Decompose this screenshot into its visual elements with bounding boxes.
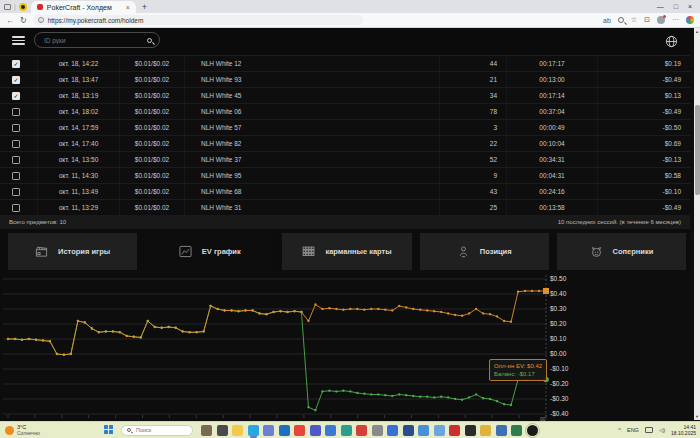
url-bar[interactable]: i https://my.pokercraft.com/holdem [33,15,363,25]
summary-bar: Всего предметов: 10 10 последних сессий.… [0,215,690,229]
maximize-button[interactable]: □ [674,3,678,10]
taskbar-icon-photos[interactable] [341,425,352,436]
session-table-name: NLH White 37 [185,152,440,167]
taskbar-icon-edge[interactable] [248,425,259,436]
table-row[interactable]: ✓окт. 18, 14:22$0.01/$0.02NLH White 1244… [0,56,690,72]
tray-expand-icon[interactable]: ^ [618,427,621,433]
session-checkbox[interactable]: ✓ [12,92,20,100]
hand-id-search-input[interactable] [35,37,147,44]
language-indicator[interactable]: ENG [627,427,639,433]
session-checkbox[interactable] [12,188,20,196]
cards-grid-icon [302,245,315,258]
taskbar-icon-excel[interactable] [511,425,522,436]
session-checkbox[interactable] [12,108,20,116]
session-checkbox[interactable] [12,204,20,212]
display-icon[interactable] [645,427,653,433]
tab-search-icon[interactable] [4,4,11,10]
session-date: окт. 14, 17:59 [38,120,120,135]
site-info-icon[interactable]: i [38,17,44,23]
table-row[interactable]: окт. 11, 13:29$0.01/$0.02NLH White 31250… [0,200,690,216]
taskbar-search[interactable] [121,425,193,436]
pinned-browser-icon[interactable] [19,3,27,11]
table-row[interactable]: ✓окт. 18, 13:47$0.01/$0.02NLH White 9321… [0,72,690,88]
table-row[interactable]: окт. 14, 17:40$0.01/$0.02NLH White 82220… [0,136,690,152]
taskbar-icon-outlook[interactable] [279,425,290,436]
volume-icon[interactable]: ◁) [659,427,665,433]
session-hands-count: 44 [440,56,507,71]
session-checkbox[interactable] [12,172,20,180]
zoom-icon[interactable] [618,17,624,23]
tab-close-icon[interactable]: × [126,4,130,11]
browser-titlebar: | PokerCraft - Холдем × + — □ × [0,0,700,13]
browser-addressbar: ← ↻ i https://my.pokercraft.com/holdem a… [0,13,700,28]
table-row[interactable]: окт. 14, 17:59$0.01/$0.02NLH White 57300… [0,120,690,136]
scroll-down-icon[interactable]: ▼ [694,413,700,420]
hand-id-search[interactable] [34,32,160,48]
reload-icon[interactable]: ↻ [20,16,27,25]
taskbar-icon-gallery[interactable] [480,425,491,436]
taskbar-icon-calculator[interactable] [496,425,507,436]
pokercraft-app: ✓окт. 18, 14:22$0.01/$0.02NLH White 1244… [0,28,694,421]
taskbar-icon-monitor[interactable] [418,425,429,436]
extensions-icon[interactable]: ⊡ [644,16,650,24]
taskbar-icon-panel[interactable] [387,425,398,436]
session-checkbox[interactable] [12,124,20,132]
table-row[interactable]: окт. 14, 13:50$0.01/$0.02NLH White 37520… [0,152,690,168]
minimize-button[interactable]: — [657,3,664,10]
table-row[interactable]: окт. 14, 18:02$0.01/$0.02NLH White 06780… [0,104,690,120]
tab-line-chart[interactable]: EV график [145,233,274,270]
sessions-note-label: 10 последних сессий. (в течение 6 месяце… [558,219,681,225]
session-table-name: NLH White 57 [185,120,440,135]
session-checkbox[interactable]: ✓ [12,60,20,68]
tab-position[interactable]: Позиция [420,233,549,270]
tab-rivals[interactable]: Соперники [557,233,686,270]
page-scrollbar[interactable]: ▲ ▼ [694,28,700,420]
session-checkbox[interactable]: ✓ [12,76,20,84]
taskbar-icon-files[interactable] [217,425,228,436]
taskbar-icon-defender[interactable] [403,425,414,436]
table-row[interactable]: окт. 11, 13:49$0.01/$0.02NLH White 68430… [0,184,690,200]
taskbar-search-input[interactable] [134,426,184,434]
taskbar-icon-mail[interactable] [434,425,445,436]
language-globe-icon[interactable] [665,34,678,52]
menu-hamburger-icon[interactable] [12,36,25,45]
svg-text:$0.00: $0.00 [550,350,567,357]
session-stakes: $0.01/$0.02 [120,200,185,215]
weather-widget[interactable]: 3°C Солнечно [0,424,104,436]
taskbar-icon-chrome[interactable] [294,425,305,436]
close-button[interactable]: × [688,3,692,10]
ev-chart-canvas[interactable]: $0.50$0.40$0.30$0.20$0.10$0.00-$0.10-$0.… [0,271,694,421]
session-checkbox[interactable] [12,156,20,164]
taskbar-icon-teams[interactable] [310,425,321,436]
taskbar-icon-dark-app[interactable] [465,425,476,436]
session-result: $0.13 [598,88,690,103]
position-icon [457,245,470,258]
taskbar-icon-widgets[interactable] [263,425,274,436]
browser-menu-icon[interactable]: ⋯ [672,16,679,24]
scrollbar-thumb[interactable] [695,105,700,195]
browser-tab[interactable]: PokerCraft - Холдем × [31,1,136,13]
back-icon[interactable]: ← [6,16,14,25]
taskbar-icon-pokercraft[interactable] [527,425,538,436]
translate-icon[interactable]: ab [603,17,611,24]
windows-start-button[interactable] [104,425,114,435]
taskbar-icon-opera[interactable] [449,425,460,436]
tab-label: Соперники [613,247,654,256]
taskbar-icon-folder[interactable] [232,425,243,436]
taskbar-icon-settings[interactable] [372,425,383,436]
session-checkbox[interactable] [12,140,20,148]
table-row[interactable]: ✓окт. 18, 13:19$0.01/$0.02NLH White 4534… [0,88,690,104]
tab-cards-grid[interactable]: карманные карты [282,233,411,270]
divider: | [14,3,16,10]
taskbar-clock[interactable]: 14:41 18.10.2025 [671,424,696,436]
colorful-extension-icon[interactable] [686,16,694,24]
taskbar-icon-task-view[interactable] [201,425,212,436]
scroll-up-icon[interactable]: ▲ [694,28,700,35]
taskbar-icon-contacts[interactable] [325,425,336,436]
table-row[interactable]: окт. 11, 14:30$0.01/$0.02NLH White 95900… [0,168,690,184]
profile-avatar[interactable] [657,16,665,24]
bookmark-star-icon[interactable]: ☆ [631,16,637,24]
taskbar-icon-pin[interactable] [356,425,367,436]
new-tab-button[interactable]: + [142,2,147,12]
tab-clapperboard[interactable]: История игры [8,233,137,270]
